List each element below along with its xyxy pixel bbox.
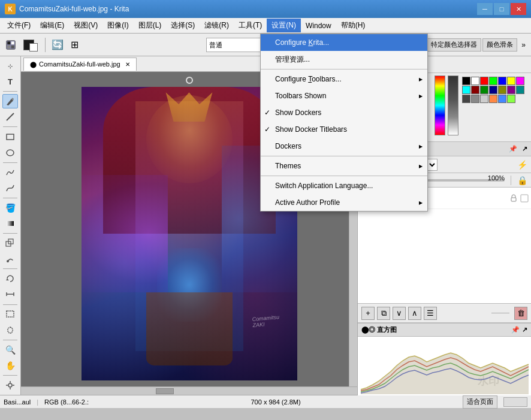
tool-line[interactable] xyxy=(2,110,18,124)
tool-freehand[interactable] xyxy=(2,165,18,180)
color-swatch[interactable] xyxy=(462,77,470,85)
color-swatch[interactable] xyxy=(507,86,515,94)
menu-configure-toolbars[interactable]: Configure Toolbars... xyxy=(261,71,427,87)
menu-manage-resources[interactable]: 管理资源... xyxy=(261,51,427,68)
tab-close-icon[interactable]: ✕ xyxy=(125,61,130,68)
tool-rect[interactable] xyxy=(2,129,18,144)
overflow-btn[interactable]: » xyxy=(518,37,529,53)
color-fg-bg[interactable] xyxy=(20,37,42,53)
menu-configure-krita[interactable]: Configure Krita... xyxy=(261,34,427,51)
move-layer-down-btn[interactable]: ∨ xyxy=(393,307,406,320)
menu-edit[interactable]: 编辑(E) xyxy=(35,19,69,32)
delete-layer-btn[interactable]: 🗑 xyxy=(514,307,527,320)
add-layer-btn[interactable]: + xyxy=(361,307,375,320)
menu-themes[interactable]: Themes xyxy=(261,158,427,174)
layers-footer: + ⧉ ∨ ∧ ☰ 🗑 xyxy=(358,303,531,322)
menu-toolbars-shown[interactable]: Toolbars Shown xyxy=(261,87,427,104)
tool-rotate[interactable] xyxy=(2,271,18,286)
color-strip-btn[interactable]: 颜色滑条 xyxy=(482,38,517,52)
layer-options-btn[interactable]: ☰ xyxy=(424,307,437,320)
color-swatch[interactable] xyxy=(480,95,488,103)
tool-ellipse[interactable] xyxy=(2,146,18,160)
layers-pin-icon[interactable]: 📌 xyxy=(509,145,517,153)
menu-active-author-profile[interactable]: Active Author Profile xyxy=(261,194,427,211)
color-swatch[interactable] xyxy=(471,95,479,103)
svg-marker-26 xyxy=(361,353,529,394)
tool-transform[interactable]: ⊹ xyxy=(2,59,18,73)
menu-image[interactable]: 图像(I) xyxy=(102,19,133,32)
lock-icon[interactable]: 🔒 xyxy=(517,176,527,185)
special-color-btn[interactable]: 特定颜色选择器 xyxy=(427,38,481,52)
color-swatch[interactable] xyxy=(462,86,470,94)
color-swatch[interactable] xyxy=(489,95,497,103)
maximize-button[interactable]: □ xyxy=(494,3,509,15)
color-swatch[interactable] xyxy=(480,77,488,85)
menu-dockers[interactable]: Dockers xyxy=(261,138,427,155)
tool-smudge[interactable] xyxy=(2,252,18,266)
color-swatch[interactable] xyxy=(516,86,524,94)
svg-point-7 xyxy=(7,260,9,262)
histogram-pin-icon[interactable]: 📌 xyxy=(511,326,520,334)
color-hue-strip[interactable] xyxy=(435,75,445,135)
canvas-tab[interactable]: ⬤ ComamitsuZaki-full-web.jpg ✕ xyxy=(23,58,137,71)
menu-file[interactable]: 文件(F) xyxy=(2,19,35,32)
color-swatch[interactable] xyxy=(507,95,515,103)
menu-filter[interactable]: 滤镜(R) xyxy=(200,19,234,32)
layer-option-icon[interactable] xyxy=(520,194,529,203)
tool-settings[interactable] xyxy=(2,378,18,392)
copy-layer-btn[interactable]: ⧉ xyxy=(377,307,390,320)
brush-preset-icon[interactable] xyxy=(2,37,19,53)
menu-docker-titlebars[interactable]: ✓ Show Docker Titlebars xyxy=(261,121,427,138)
menu-switch-language[interactable]: Switch Application Language... xyxy=(261,177,427,194)
fit-page-btn[interactable]: 适合页面 xyxy=(463,395,497,409)
color-swatch[interactable] xyxy=(471,77,479,85)
histogram-expand-icon[interactable]: ↗ xyxy=(522,326,527,334)
menu-settings[interactable]: 设置(N) xyxy=(267,19,301,32)
tool-bezier[interactable] xyxy=(2,181,18,195)
color-swatch[interactable] xyxy=(471,86,479,94)
minimize-button[interactable]: ─ xyxy=(477,3,493,15)
tab-icon: ⬤ xyxy=(30,61,37,68)
color-value-strip[interactable] xyxy=(448,75,458,135)
tool-separator-5 xyxy=(3,233,17,234)
tool-hand[interactable]: ✋ xyxy=(2,358,18,373)
menu-tools[interactable]: 工具(T) xyxy=(234,19,267,32)
tool-fill[interactable]: 🪣 xyxy=(2,201,18,215)
histogram-chart: 水印 xyxy=(358,337,531,395)
color-swatch[interactable] xyxy=(498,95,506,103)
menu-select[interactable]: 选择(S) xyxy=(166,19,200,32)
color-swatch[interactable] xyxy=(462,95,470,103)
filter-icon[interactable]: ⚡ xyxy=(517,160,527,170)
tool-brush[interactable] xyxy=(2,94,18,108)
opacity-value: 100% xyxy=(488,174,505,182)
zoom-slider[interactable] xyxy=(503,397,527,407)
menu-help[interactable]: 帮助(H) xyxy=(336,19,370,32)
color-swatch[interactable] xyxy=(498,86,506,94)
color-swatch[interactable] xyxy=(489,77,497,85)
tool-select-rect[interactable] xyxy=(2,307,18,321)
layers-expand-icon[interactable]: ↗ xyxy=(522,145,527,153)
tool-measure[interactable] xyxy=(2,287,18,301)
close-button[interactable]: ✕ xyxy=(511,3,526,15)
resource-btn-2[interactable]: ⊞ xyxy=(68,37,82,53)
color-swatch[interactable] xyxy=(516,77,524,85)
tool-zoom[interactable]: 🔍 xyxy=(2,343,18,357)
layer-lock-icon[interactable] xyxy=(509,194,518,203)
horizontal-scrollbar[interactable] xyxy=(21,386,357,395)
tool-clone[interactable] xyxy=(2,236,18,250)
settings-dropdown: Configure Krita... 管理资源... Configure Too… xyxy=(260,34,428,211)
toolbars-shown-label: Toolbars Shown xyxy=(275,92,326,100)
color-swatch[interactable] xyxy=(507,77,515,85)
menu-window[interactable]: Window xyxy=(301,20,336,32)
tool-text[interactable]: T xyxy=(2,74,18,89)
move-layer-up-btn[interactable]: ∧ xyxy=(408,307,421,320)
resource-btn-1[interactable]: 🔄 xyxy=(49,37,67,53)
menu-show-dockers[interactable]: ✓ Show Dockers xyxy=(261,104,427,121)
tool-gradient[interactable] xyxy=(2,216,18,231)
menu-layer[interactable]: 图层(L) xyxy=(134,19,167,32)
color-swatch[interactable] xyxy=(498,77,506,85)
tool-select-lasso[interactable] xyxy=(2,323,18,337)
color-swatch[interactable] xyxy=(489,86,497,94)
color-swatch[interactable] xyxy=(480,86,488,94)
menu-view[interactable]: 视图(V) xyxy=(69,19,102,32)
